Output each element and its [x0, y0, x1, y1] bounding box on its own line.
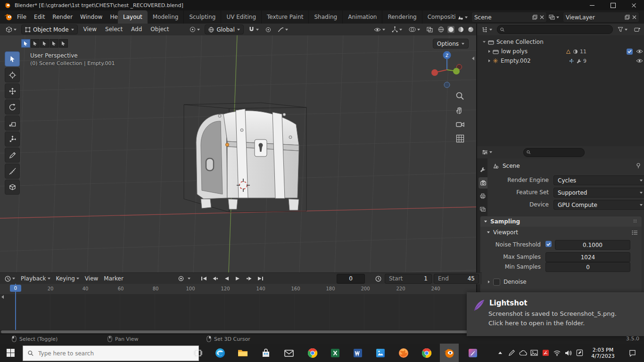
- minimize-button[interactable]: [582, 0, 603, 10]
- taskbar-excel[interactable]: [326, 344, 345, 362]
- keying-menu[interactable]: Keying: [54, 274, 81, 283]
- taskbar-chrome[interactable]: [303, 344, 322, 362]
- taskbar-blender-active[interactable]: [440, 344, 459, 362]
- tab-rendering[interactable]: Rendering: [382, 10, 422, 24]
- scene-name-field[interactable]: Scene: [471, 12, 547, 23]
- viewport-subsection-header[interactable]: Viewport: [480, 227, 642, 238]
- tool-rotate[interactable]: [5, 99, 20, 115]
- overlays-toggle-button[interactable]: [407, 25, 422, 34]
- tool-transform[interactable]: [5, 132, 20, 147]
- tool-add-cube[interactable]: [5, 180, 20, 195]
- new-scene-icon[interactable]: [532, 15, 537, 20]
- zoom-icon[interactable]: [455, 91, 465, 101]
- use-preview-range-button[interactable]: [373, 274, 383, 283]
- pin-icon[interactable]: [636, 163, 641, 169]
- tab-compositing[interactable]: Compositing: [422, 10, 455, 24]
- render-engine-dropdown[interactable]: Cycles: [553, 175, 644, 185]
- new-viewlayer-icon[interactable]: [625, 15, 630, 20]
- proportional-falloff-button[interactable]: [276, 25, 290, 34]
- prev-keyframe-button[interactable]: [210, 274, 220, 283]
- tray-ink-icon[interactable]: [574, 344, 585, 362]
- panel-grip-icon[interactable]: [633, 219, 638, 224]
- noise-threshold-checkbox[interactable]: [545, 241, 552, 247]
- shading-rendered-button[interactable]: [467, 26, 474, 33]
- snap-toggle[interactable]: [247, 25, 261, 34]
- properties-editor-type-button[interactable]: [480, 148, 494, 157]
- tab-animation[interactable]: Animation: [343, 10, 382, 24]
- taskbar-word[interactable]: [348, 344, 367, 362]
- camera-view-icon[interactable]: [455, 120, 465, 129]
- auto-keying-button[interactable]: [176, 274, 186, 283]
- taskbar-edge[interactable]: [211, 344, 230, 362]
- pan-hand-icon[interactable]: [455, 106, 465, 115]
- viewport-3d[interactable]: Options User Perspective (0) Scene Colle…: [0, 35, 476, 272]
- timeline-scrollbar[interactable]: [0, 330, 476, 334]
- lightshot-notification[interactable]: Lightshot Screenshot is saved to Screens…: [467, 292, 644, 336]
- denoise-subsection[interactable]: Denoise: [480, 277, 644, 287]
- close-button[interactable]: [623, 0, 644, 10]
- outliner-row-low-polys[interactable]: low polys 11: [477, 47, 644, 56]
- jump-to-start-button[interactable]: [199, 274, 208, 283]
- taskbar-photos[interactable]: [371, 344, 390, 362]
- shading-material-button[interactable]: [457, 26, 464, 33]
- channels-collapse-arrow[interactable]: [1, 295, 4, 299]
- shading-solid-button[interactable]: [447, 26, 454, 33]
- tray-photo-icon[interactable]: [529, 344, 539, 362]
- notification-line2[interactable]: Click here to open in the folder.: [488, 320, 585, 327]
- maximize-button[interactable]: [603, 0, 623, 10]
- gizmo-axis-y[interactable]: [453, 68, 460, 74]
- expander-icon[interactable]: [483, 41, 486, 43]
- select-mode-intersect[interactable]: [59, 39, 68, 48]
- tool-annotate[interactable]: [5, 148, 20, 163]
- outliner-editor-type-button[interactable]: [480, 25, 494, 34]
- remove-viewlayer-icon[interactable]: [632, 15, 636, 19]
- outliner-row-scene-collection[interactable]: Scene Collection: [477, 37, 644, 47]
- scrollbar-thumb[interactable]: [1, 330, 473, 333]
- menu-render[interactable]: Render: [49, 10, 76, 24]
- shading-wireframe-button[interactable]: [438, 26, 445, 33]
- playback-menu[interactable]: Playback: [19, 274, 52, 283]
- select-mode-invert[interactable]: [50, 39, 58, 48]
- outliner-search[interactable]: [497, 25, 613, 34]
- xray-toggle-button[interactable]: [425, 25, 435, 34]
- tab-shading[interactable]: Shading: [309, 10, 343, 24]
- transform-pivot-button[interactable]: [188, 25, 202, 34]
- gizmo-axis-neg-z[interactable]: [444, 82, 450, 88]
- tool-cursor[interactable]: [5, 67, 20, 82]
- object-types-visibility-button[interactable]: [372, 25, 387, 34]
- tool-scale[interactable]: [5, 115, 20, 131]
- taskbar-file-explorer[interactable]: [233, 344, 252, 362]
- select-mode-extend[interactable]: [31, 39, 40, 48]
- taskbar-mail[interactable]: [280, 344, 298, 362]
- tab-view-layer[interactable]: [478, 204, 487, 215]
- expander-icon[interactable]: [488, 50, 490, 53]
- taskbar-clock[interactable]: 2:03 PM 4/7/2023: [586, 344, 619, 362]
- tray-cloud-icon[interactable]: [518, 344, 528, 362]
- denoise-checkbox[interactable]: [493, 279, 500, 286]
- tab-uv-editing[interactable]: UV Editing: [221, 10, 262, 24]
- tab-layout[interactable]: Layout: [118, 10, 148, 24]
- navigation-gizmo[interactable]: Z: [427, 49, 467, 89]
- select-mode-subtract[interactable]: [40, 39, 49, 48]
- min-samples-field[interactable]: 0: [545, 262, 630, 272]
- tray-pen-icon[interactable]: [506, 344, 517, 362]
- sampling-panel-header[interactable]: Sampling: [480, 216, 642, 227]
- browse-viewlayer-button[interactable]: [547, 13, 561, 22]
- tab-render[interactable]: [479, 177, 487, 189]
- ortho-grid-icon[interactable]: [455, 134, 465, 143]
- max-samples-field[interactable]: 1024: [545, 252, 630, 262]
- start-button[interactable]: [1, 344, 20, 362]
- menu-edit[interactable]: Edit: [30, 10, 49, 24]
- tool-select-box[interactable]: [5, 51, 20, 66]
- tray-network-icon[interactable]: [552, 344, 562, 362]
- browse-scene-button[interactable]: [455, 13, 470, 22]
- menu-view[interactable]: View: [81, 24, 99, 35]
- tray-volume-icon[interactable]: [563, 344, 573, 362]
- tab-tool[interactable]: [478, 164, 487, 175]
- feature-set-dropdown[interactable]: Supported: [553, 188, 644, 197]
- next-keyframe-button[interactable]: [244, 274, 254, 283]
- tool-move[interactable]: [5, 83, 20, 99]
- timeline-ruler[interactable]: 0 20 40 60 80 100 120 140 160 180 200 22…: [0, 284, 476, 295]
- blender-app-icon[interactable]: [4, 13, 13, 21]
- hide-viewport-toggle[interactable]: [636, 58, 643, 63]
